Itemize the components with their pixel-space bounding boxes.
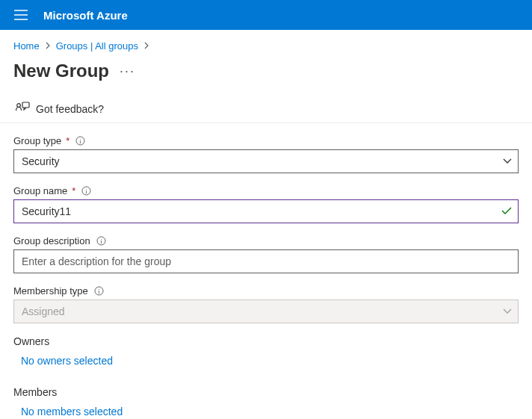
owners-link[interactable]: No owners selected [21, 355, 113, 367]
svg-text:i: i [98, 288, 100, 295]
field-group-description: Group description i [13, 235, 519, 273]
group-type-label-row: Group type * i [13, 135, 519, 146]
required-asterisk: * [72, 185, 75, 196]
group-name-label-row: Group name * i [13, 185, 519, 196]
group-type-value: Security [22, 155, 60, 167]
page-title: New Group [13, 60, 109, 81]
field-group-name: Group name * i [13, 185, 519, 223]
chevron-right-icon [45, 40, 51, 52]
svg-text:i: i [100, 238, 102, 245]
required-asterisk: * [66, 135, 69, 146]
info-icon[interactable]: i [75, 136, 85, 146]
form-area: Group type * i Security Group name * i [0, 123, 532, 419]
feedback-label: Got feedback? [36, 103, 104, 115]
svg-point-0 [17, 104, 21, 108]
group-name-input[interactable] [13, 199, 519, 223]
members-heading: Members [13, 386, 519, 398]
breadcrumb: Home Groups | All groups [0, 30, 532, 55]
svg-rect-1 [22, 102, 29, 108]
brand-title: Microsoft Azure [43, 9, 128, 22]
field-group-type: Group type * i Security [13, 135, 519, 173]
feedback-button[interactable]: Got feedback? [0, 96, 532, 123]
field-membership-type: Membership type i Assigned [13, 285, 519, 323]
group-type-label: Group type [13, 135, 61, 146]
info-icon[interactable]: i [81, 186, 91, 196]
breadcrumb-home[interactable]: Home [13, 40, 40, 52]
breadcrumb-groups[interactable]: Groups | All groups [56, 40, 138, 52]
info-icon[interactable]: i [94, 286, 104, 296]
hamburger-menu-button[interactable] [6, 0, 36, 30]
membership-type-label-row: Membership type i [13, 285, 519, 297]
page-title-row: New Group ··· [0, 55, 532, 96]
feedback-icon [15, 101, 30, 117]
members-link[interactable]: No members selected [21, 406, 123, 418]
svg-text:i: i [80, 137, 82, 145]
membership-type-value: Assigned [22, 305, 65, 317]
membership-type-label: Membership type [13, 285, 88, 297]
info-icon[interactable]: i [96, 236, 106, 246]
group-description-label-row: Group description i [13, 235, 519, 246]
top-bar: Microsoft Azure [0, 0, 532, 30]
group-type-select[interactable]: Security [13, 149, 519, 173]
group-description-input[interactable] [13, 249, 519, 273]
group-name-label: Group name [13, 185, 67, 196]
svg-text:i: i [86, 187, 88, 195]
chevron-right-icon [143, 40, 149, 52]
owners-heading: Owners [13, 335, 519, 347]
more-actions-button[interactable]: ··· [120, 63, 135, 79]
group-description-label: Group description [13, 235, 90, 246]
membership-type-select: Assigned [13, 299, 519, 323]
hamburger-icon [14, 10, 28, 20]
